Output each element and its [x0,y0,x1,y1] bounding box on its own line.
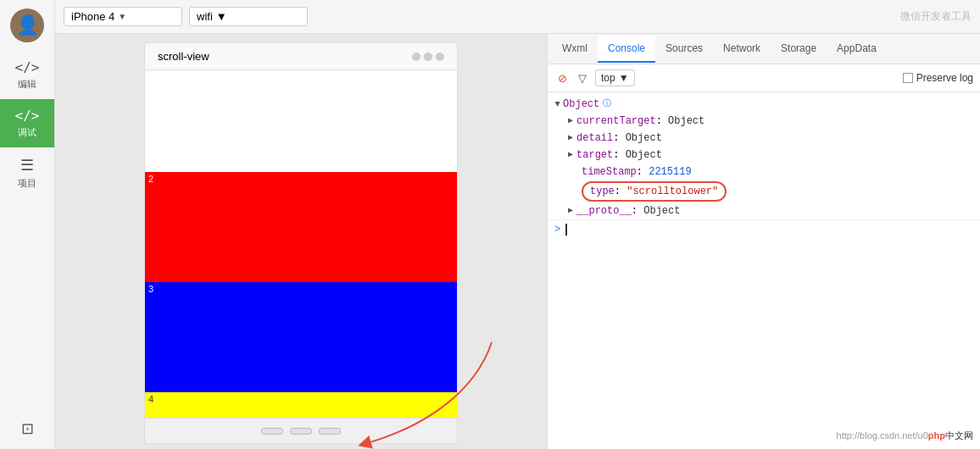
dot-2 [424,53,432,61]
phone-wrapper: scroll-view 2 3 4 [144,42,458,444]
object-label: Object [563,97,599,112]
phone-blue-section: 3 [145,282,457,392]
phone-header-dots [412,53,444,61]
console-input-area[interactable]: > [548,219,980,239]
tab-wxml[interactable]: Wxml [552,36,598,63]
sidebar-item-extra[interactable]: ⊡ [0,411,54,449]
sidebar-item-project[interactable]: ☰ 项目 [0,147,54,198]
prop-currenttarget[interactable]: ▶ currentTarget: Object [548,113,980,130]
expand-target[interactable]: ▶ [568,147,573,163]
phone-emulator: scroll-view 2 3 4 [55,34,547,449]
device-selector[interactable]: iPhone 4 ▼ [64,7,182,26]
context-label: top [601,72,615,84]
topbar: iPhone 4 ▼ wifi ▼ 微信开发者工具 [55,0,980,34]
prop-proto[interactable]: ▶ __proto__: Object [548,202,980,219]
phone-white-section [145,70,457,172]
expand-currenttarget[interactable]: ▶ [568,114,573,129]
dot-1 [412,53,420,61]
wifi-selector[interactable]: wifi ▼ [189,7,308,26]
preserve-log-label: Preserve log [903,72,973,84]
sidebar-item-project-label: 项目 [18,177,36,190]
console-cursor [565,224,567,236]
phone-bottom-bar [144,419,458,444]
sidebar-item-debug-label: 调试 [18,126,36,139]
debug-icon: </> [15,108,40,124]
expand-arrow-root[interactable]: ▶ [549,102,565,107]
expand-detail[interactable]: ▶ [568,130,573,146]
device-label: iPhone 4 [71,10,114,23]
devtools-tabs: Wxml Console Sources Network Storage App… [548,34,980,64]
type-highlight-box: type: "scrolltolower" [582,181,727,202]
console-prompt: > [554,224,560,236]
sidebar-item-edit-label: 编辑 [18,78,36,91]
context-selector[interactable]: top ▼ [595,69,635,86]
phone-screen: 2 3 4 [144,69,458,419]
preserve-log-checkbox[interactable] [903,73,913,83]
device-arrow-icon: ▼ [118,12,126,21]
phone-red-section: 2 [145,172,457,282]
phone-header-title: scroll-view [158,50,209,63]
devtools-toolbar: ⊘ ▽ top ▼ Preserve log [548,64,980,92]
phone-yellow-section: 4 [145,392,457,418]
blue-num: 3 [148,284,153,294]
main-area: iPhone 4 ▼ wifi ▼ 微信开发者工具 scroll-view [55,0,980,449]
project-icon: ☰ [20,156,34,175]
prop-type: type: "scrolltolower" [548,180,980,202]
topbar-title: 微信开发者工具 [315,9,972,24]
dot-3 [436,53,444,61]
prop-timestamp: timeStamp: 2215119 [548,164,980,180]
wifi-arrow-icon: ▼ [216,10,227,23]
sidebar-item-edit[interactable]: </> 编辑 [0,51,54,99]
tab-network[interactable]: Network [713,36,771,63]
phone-header: scroll-view [144,42,458,69]
object-info-icon: ⓘ [603,97,611,112]
extra-icon: ⊡ [21,419,34,438]
context-arrow-icon: ▼ [619,72,629,84]
red-num: 2 [148,174,153,184]
stop-icon[interactable]: ⊘ [554,70,570,86]
console-output: ▶ Object ⓘ ▶ currentTarget: Object ▶ det… [548,92,980,449]
sidebar: 👤 </> 编辑 </> 调试 ☰ 项目 ⊡ [0,0,55,449]
prop-target[interactable]: ▶ target: Object [548,147,980,164]
filter-icon[interactable]: ▽ [575,70,590,86]
watermark: http://blog.csdn.net/u0php中文网 [837,430,973,442]
devtools-panel: Wxml Console Sources Network Storage App… [547,34,980,449]
tab-storage[interactable]: Storage [771,36,827,63]
prop-detail[interactable]: ▶ detail: Object [548,130,980,147]
content-area: scroll-view 2 3 4 [55,34,980,449]
wifi-label: wifi [197,10,213,23]
expand-proto[interactable]: ▶ [568,203,573,219]
phone-btn-1[interactable] [261,428,283,435]
yellow-num: 4 [148,394,153,404]
avatar: 👤 [10,8,44,42]
edit-icon: </> [15,59,40,75]
phone-btn-2[interactable] [290,428,312,435]
phone-btn-3[interactable] [319,428,341,435]
tab-sources[interactable]: Sources [655,36,713,63]
tab-appdata[interactable]: AppData [827,36,887,63]
console-object-root[interactable]: ▶ Object ⓘ [548,96,980,113]
sidebar-item-debug[interactable]: </> 调试 [0,99,54,147]
tab-console[interactable]: Console [598,36,655,63]
